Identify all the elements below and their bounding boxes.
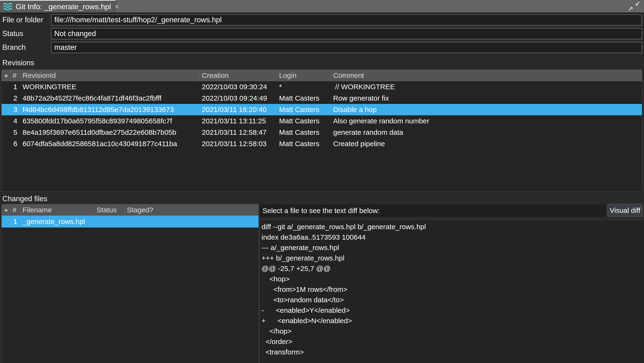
changed-files-table-body: 1_generate_rows.hpl bbox=[2, 216, 258, 227]
cell-creation: 2022/10/03 09:24:49 bbox=[200, 94, 277, 102]
cell-num: 5 bbox=[2, 128, 21, 136]
table-row[interactable]: 4635800fdd17b0a65795f58c8939749805658fc7… bbox=[2, 115, 642, 127]
cell-login: Matt Casters bbox=[277, 94, 331, 102]
cell-id: 8e4a195f3697e6511d0dfbae275d22e608b7b05b bbox=[21, 128, 200, 136]
cell-id: WORKINGTREE bbox=[21, 83, 200, 91]
cell-num: 1 bbox=[2, 83, 21, 91]
file-or-folder-field[interactable]: file:///home/matt/test-stuff/hop2/_gener… bbox=[51, 14, 642, 26]
diff-line: @@ -25,7 +25,7 @@ bbox=[262, 263, 644, 274]
diff-line: <from>1M rows</from> bbox=[262, 284, 644, 295]
diff-line: </order> bbox=[262, 336, 644, 347]
status-field[interactable]: Not changed bbox=[51, 28, 642, 39]
cell-id: 48b72a2b452f27fec86c4fa871df46f3ac2fbfff bbox=[21, 94, 200, 102]
restore-icon[interactable]: ↙ ↗ bbox=[628, 1, 640, 12]
column-header-creation[interactable]: Creation bbox=[200, 70, 277, 81]
waves-icon bbox=[3, 2, 13, 11]
column-header-sort[interactable] bbox=[2, 70, 11, 81]
diff-line: +++ b/_generate_rows.hpl bbox=[262, 253, 644, 263]
cell-id: 635800fdd17b0a65795f58c8939749805658fc7f bbox=[21, 117, 200, 125]
cell-id: 6074dfa5a8dd82586581ac10c430491877c411ba bbox=[21, 140, 200, 148]
cell-num: 4 bbox=[2, 117, 21, 125]
close-icon[interactable]: × bbox=[115, 3, 119, 10]
sort-ascending-icon bbox=[4, 209, 8, 211]
cell-login: Matt Casters bbox=[277, 128, 331, 136]
diff-text-area[interactable]: diff --git a/_generate_rows.hpl b/_gener… bbox=[260, 219, 644, 363]
changed-files-table-header: # Filename Status Staged? bbox=[2, 204, 258, 216]
diff-line: + <enabled>N</enabled> bbox=[262, 315, 644, 326]
column-header-staged[interactable]: Staged? bbox=[125, 204, 258, 215]
revisions-table: # RevisionId Creation Login Comment 1WOR… bbox=[2, 70, 642, 192]
cell-comment: Disable a hop bbox=[331, 106, 642, 114]
visual-diff-button[interactable]: Visual diff bbox=[607, 204, 643, 217]
sort-ascending-icon bbox=[4, 74, 8, 77]
diff-line: index de3a6aa..5173593 100644 bbox=[262, 232, 644, 242]
tab-bar: Git Info: _generate_rows.hpl × ↙ ↗ bbox=[0, 0, 644, 14]
branch-label: Branch bbox=[2, 42, 26, 53]
column-header-revisionid[interactable]: RevisionId bbox=[21, 70, 200, 81]
diff-line: <transform> bbox=[262, 347, 644, 357]
tab-title: Git Info: _generate_rows.hpl bbox=[16, 2, 111, 11]
changed-files-section-label: Changed files bbox=[2, 195, 48, 203]
column-header-num[interactable]: # bbox=[11, 70, 21, 81]
cell-comment: Also generate random number bbox=[331, 117, 642, 125]
tab-git-info[interactable]: Git Info: _generate_rows.hpl × bbox=[0, 0, 116, 13]
cell-num: 2 bbox=[2, 94, 21, 102]
column-header-sort[interactable] bbox=[2, 204, 11, 215]
changed-files-table: # Filename Status Staged? 1_generate_row… bbox=[2, 204, 259, 363]
diff-line: <hop> bbox=[262, 274, 644, 284]
cell-comment: Row generator fix bbox=[331, 94, 642, 102]
cell-num: 6 bbox=[2, 140, 21, 148]
column-header-status[interactable]: Status bbox=[94, 204, 125, 215]
cell-creation: 2021/03/11 13:11:25 bbox=[200, 117, 277, 125]
revisions-section-label: Revisions bbox=[2, 59, 34, 67]
diff-line: - <enabled>Y</enabled> bbox=[262, 305, 644, 315]
column-header-num[interactable]: # bbox=[11, 204, 21, 215]
cell-filename: _generate_rows.hpl bbox=[21, 218, 94, 226]
table-row[interactable]: 58e4a195f3697e6511d0dfbae275d22e608b7b05… bbox=[2, 127, 642, 138]
table-row[interactable]: 248b72a2b452f27fec86c4fa871df46f3ac2fbff… bbox=[2, 93, 642, 104]
diff-line: --- a/_generate_rows.hpl bbox=[262, 242, 644, 253]
cell-comment: generate random data bbox=[331, 128, 642, 136]
column-header-comment[interactable]: Comment bbox=[331, 70, 642, 81]
status-label: Status bbox=[2, 28, 23, 39]
cell-login: * bbox=[277, 83, 331, 91]
column-header-login[interactable]: Login bbox=[277, 70, 331, 81]
table-row[interactable]: 1WORKINGTREE2022/10/03 09:30:24* // WORK… bbox=[2, 81, 642, 93]
cell-creation: 2021/03/11 16:20:40 bbox=[200, 106, 277, 114]
diff-line: </hop> bbox=[262, 326, 644, 336]
diff-line: diff --git a/_generate_rows.hpl b/_gener… bbox=[262, 222, 644, 232]
table-row[interactable]: 1_generate_rows.hpl bbox=[2, 216, 258, 227]
cell-login: Matt Casters bbox=[277, 140, 331, 148]
file-or-folder-label: File or folder bbox=[2, 14, 43, 26]
revisions-table-header: # RevisionId Creation Login Comment bbox=[2, 70, 642, 81]
revisions-table-body: 1WORKINGTREE2022/10/03 09:30:24* // WORK… bbox=[2, 81, 642, 149]
table-row[interactable]: 66074dfa5a8dd82586581ac10c430491877c411b… bbox=[2, 138, 642, 149]
cell-comment: // WORKINGTREE bbox=[331, 83, 642, 91]
cell-login: Matt Casters bbox=[277, 106, 331, 114]
column-header-filename[interactable]: Filename bbox=[21, 204, 94, 215]
diff-prompt-label: Select a file to see the text diff below… bbox=[260, 204, 606, 217]
branch-field[interactable]: master bbox=[51, 42, 642, 53]
cell-login: Matt Casters bbox=[277, 117, 331, 125]
cell-creation: 2021/03/11 12:58:03 bbox=[200, 140, 277, 148]
cell-creation: 2021/03/11 12:58:47 bbox=[200, 128, 277, 136]
cell-id: f4d84bc6d498ffdb813112d95e7da20139133673 bbox=[21, 106, 200, 114]
cell-num: 1 bbox=[2, 218, 21, 226]
cell-creation: 2022/10/03 09:30:24 bbox=[200, 83, 277, 91]
table-row[interactable]: 3f4d84bc6d498ffdb813112d95e7da2013913367… bbox=[2, 104, 642, 115]
diff-line: <to>random data</to> bbox=[262, 295, 644, 305]
cell-comment: Created pipeline bbox=[331, 140, 642, 148]
cell-num: 3 bbox=[2, 106, 21, 114]
